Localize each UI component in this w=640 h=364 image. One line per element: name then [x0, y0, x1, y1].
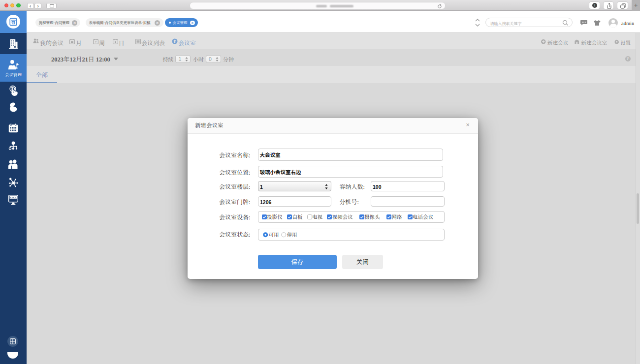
- svg-text:7: 7: [95, 41, 97, 44]
